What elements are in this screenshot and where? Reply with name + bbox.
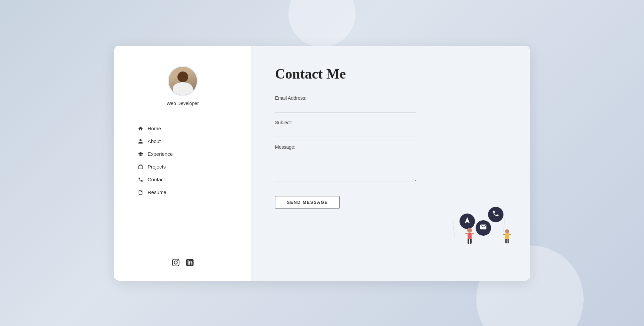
sidebar-item-about[interactable]: About	[134, 136, 231, 147]
navigation: Home About Experience	[114, 123, 251, 198]
sidebar-item-resume-label: Resume	[148, 189, 166, 195]
person-icon	[138, 138, 144, 144]
steam-lines	[446, 217, 513, 244]
home-icon	[138, 126, 144, 132]
sidebar-item-projects-label: Projects	[148, 164, 166, 170]
sidebar-item-experience[interactable]: Experience	[134, 148, 231, 160]
briefcase-icon	[138, 164, 144, 170]
email-input[interactable]	[275, 103, 416, 112]
graduation-icon	[138, 151, 144, 157]
send-button[interactable]: SEND MESSAGE	[275, 196, 340, 208]
message-label: Message:	[275, 144, 506, 150]
sidebar-item-home-label: Home	[148, 126, 161, 131]
sidebar-item-about-label: About	[148, 138, 161, 144]
sidebar: Web Developer Home About	[114, 46, 252, 281]
sidebar-item-projects[interactable]: Projects	[134, 161, 231, 173]
role-label: Web Developer	[166, 101, 199, 106]
message-group: Message:	[275, 144, 506, 182]
contact-illustration	[446, 207, 513, 247]
sidebar-item-contact-label: Contact	[148, 177, 165, 182]
subject-label: Subject:	[275, 120, 506, 125]
email-group: Email Address:	[275, 95, 506, 112]
main-content: Contact Me Email Address: Subject: Messa…	[252, 46, 530, 281]
card: Web Developer Home About	[114, 46, 530, 281]
svg-line-12	[453, 220, 454, 237]
email-label: Email Address:	[275, 95, 506, 101]
social-links	[171, 258, 195, 267]
svg-line-13	[503, 219, 505, 235]
linkedin-icon[interactable]	[185, 258, 195, 267]
message-input[interactable]	[275, 152, 416, 182]
avatar	[168, 66, 198, 96]
subject-input[interactable]	[275, 127, 416, 137]
instagram-icon[interactable]	[171, 258, 180, 267]
page-title: Contact Me	[275, 66, 506, 82]
subject-group: Subject:	[275, 120, 506, 137]
sidebar-item-home[interactable]: Home	[134, 123, 231, 134]
sidebar-item-resume[interactable]: Resume	[134, 187, 231, 198]
phone-icon	[138, 177, 144, 183]
bg-circle-top	[288, 0, 356, 47]
sidebar-item-contact[interactable]: Contact	[134, 174, 231, 185]
document-icon	[138, 189, 144, 195]
avatar-image	[169, 67, 197, 95]
sidebar-item-experience-label: Experience	[148, 151, 173, 157]
